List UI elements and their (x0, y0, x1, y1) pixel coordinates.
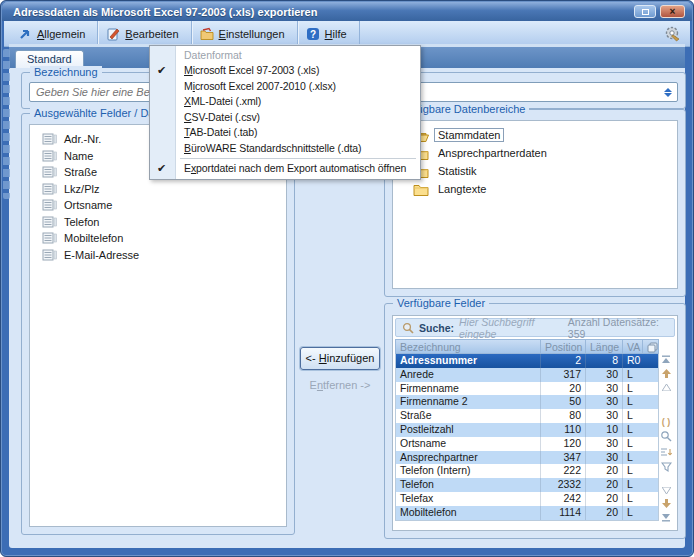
menu-item-auto-open-label: Exportdatei nach dem Export automatisch … (184, 162, 406, 174)
col-laenge[interactable]: Länge (585, 340, 622, 353)
table-row[interactable]: Mobiltelefon 1114 20 L (396, 506, 658, 520)
cell-laenge: 20 (585, 506, 622, 520)
selected-field-item[interactable]: Ortsname (42, 197, 286, 214)
selected-field-item[interactable]: Mobiltelefon (42, 230, 286, 247)
svg-text:?: ? (310, 28, 316, 39)
page-up-icon[interactable] (662, 383, 671, 393)
menu-item-label: TAB-Datei (.tab) (184, 126, 258, 138)
tree-item[interactable]: ▷ Ansprechpartnerdaten (399, 144, 677, 162)
available-fields-group: Verfügbare Felder Suche: Hier Suchbegrif… (384, 303, 686, 539)
menu-item[interactable]: ✔ TAB-Datei (.tab) (150, 125, 420, 141)
close-button[interactable]: × (660, 5, 685, 18)
table-row[interactable]: Postleitzahl 110 10 L (396, 423, 658, 437)
record-count: Anzahl Datensätze: 359 (568, 316, 668, 340)
checkmark-icon: ✔ (157, 161, 166, 177)
edit-icon (106, 27, 120, 41)
menu-einstellungen[interactable]: Einstellungen (192, 21, 298, 46)
cell-laenge: 8 (585, 354, 622, 368)
menu-item-auto-open[interactable]: ✔ Exportdatei nach dem Export automatisc… (150, 161, 420, 177)
cell-position: 2 (540, 354, 585, 368)
cell-bezeichnung: Firmenname 2 (396, 395, 540, 409)
scroll-top-icon[interactable] (661, 355, 671, 366)
menu-allgemein[interactable]: Allgemein (10, 21, 98, 46)
field-icon (42, 150, 57, 162)
table-row[interactable]: Telefon 2332 20 L (396, 478, 658, 492)
cell-position: 2332 (540, 478, 585, 492)
field-icon (42, 249, 57, 261)
cell-bezeichnung: Ansprechpartner (396, 451, 540, 465)
table-row[interactable]: Firmenname 20 30 L (396, 382, 658, 396)
filter-icon[interactable] (661, 462, 672, 474)
table-side-toolbar: ( ) (657, 339, 675, 524)
cell-laenge: 30 (585, 395, 622, 409)
tree-item[interactable]: ▷ Statistik (399, 162, 677, 180)
cell-position: 242 (540, 492, 585, 506)
selected-field-label: Ortsname (64, 199, 112, 211)
fields-table-header[interactable]: Bezeichnung Position Länge VA (395, 339, 659, 354)
selected-field-label: E-Mail-Adresse (64, 249, 139, 261)
cell-position: 50 (540, 395, 585, 409)
menu-item[interactable]: ✔ BüroWARE Standardschnittstelle (.dta) (150, 141, 420, 157)
cell-bezeichnung: Anrede (396, 368, 540, 382)
maximize-button[interactable] (634, 5, 656, 18)
tree-item[interactable]: ▷ Langtexte (399, 180, 677, 198)
search-placeholder[interactable]: Hier Suchbegriff eingebe (459, 316, 563, 340)
tree-item-label: Langtexte (434, 182, 490, 196)
zoom-search-icon[interactable] (660, 430, 672, 444)
selected-field-label: Name (64, 150, 93, 162)
tree-item-label: Statistik (434, 164, 481, 178)
selected-field-item[interactable]: E-Mail-Adresse (42, 247, 286, 264)
sort-icon[interactable] (660, 447, 672, 459)
cell-position: 20 (540, 382, 585, 396)
menu-bearbeiten[interactable]: Bearbeiten (98, 21, 191, 46)
move-up-icon[interactable] (662, 369, 671, 380)
remove-button-disabled[interactable]: Entfernen -> (300, 379, 380, 391)
menu-item[interactable]: ✔ Microsoft Excel 97-2003 (.xls) (150, 63, 420, 79)
cell-va: L (622, 451, 658, 465)
menu-item-label: CSV-Datei (.csv) (184, 111, 260, 123)
bezeichnung-group-label: Bezeichnung (30, 66, 102, 79)
table-row[interactable]: Anrede 317 30 L (396, 368, 658, 382)
combobox-spinner-icon[interactable] (661, 85, 675, 99)
selected-field-item[interactable]: Lkz/Plz (42, 181, 286, 198)
col-bezeichnung[interactable]: Bezeichnung (396, 340, 540, 353)
selected-field-item[interactable]: Telefon (42, 214, 286, 231)
table-row[interactable]: Firmenname 2 50 30 L (396, 395, 658, 409)
window-title: Adressdaten als Microsoft Excel 97-2003 … (13, 6, 317, 18)
gear-icon[interactable] (663, 24, 682, 43)
cell-position: 222 (540, 464, 585, 478)
titlebar[interactable]: Adressdaten als Microsoft Excel 97-2003 … (2, 2, 692, 21)
arrow-up-right-icon (18, 27, 32, 41)
cell-bezeichnung: Postleitzahl (396, 423, 540, 437)
available-fields-group-label: Verfügbare Felder (393, 297, 489, 310)
data-areas-treebox[interactable]: ▷ Stammdaten ▷ (392, 120, 678, 289)
cell-laenge: 30 (585, 437, 622, 451)
table-row[interactable]: Telefax 242 20 L (396, 492, 658, 506)
cell-position: 120 (540, 437, 585, 451)
search-bar[interactable]: Suche: Hier Suchbegriff eingebe Anzahl D… (395, 318, 675, 337)
table-row[interactable]: Adressnummer 2 8 R0 (396, 354, 658, 368)
copy-columns-icon[interactable] (642, 340, 658, 353)
col-va[interactable]: VA (622, 340, 642, 353)
tree-item-label: Stammdaten (434, 128, 504, 142)
menu-item[interactable]: ✔ Microsoft Excel 2007-2010 (.xlsx) (150, 79, 420, 95)
scroll-bottom-icon[interactable] (661, 513, 671, 524)
menu-item-label: Microsoft Excel 2007-2010 (.xlsx) (184, 80, 336, 92)
table-row[interactable]: Straße 80 30 L (396, 409, 658, 423)
col-position[interactable]: Position (540, 340, 585, 353)
table-row[interactable]: Telefon (Intern) 222 20 L (396, 464, 658, 478)
add-button[interactable]: <- Hinzufügen (300, 347, 380, 370)
cell-laenge: 30 (585, 451, 622, 465)
menu-item-label: Microsoft Excel 97-2003 (.xls) (184, 64, 319, 76)
table-row[interactable]: Ansprechpartner 347 30 L (396, 451, 658, 465)
tree-item[interactable]: ▷ Stammdaten (399, 126, 677, 144)
menu-hilfe[interactable]: ? Hilfe (298, 21, 360, 46)
page-down-icon[interactable] (662, 486, 671, 496)
table-row[interactable]: Ortsname 120 30 L (396, 437, 658, 451)
selected-fields-listbox[interactable]: Adr.-Nr. Name (29, 124, 287, 527)
move-down-icon[interactable] (662, 499, 671, 510)
menu-item[interactable]: ✔ XML-Datei (.xml) (150, 94, 420, 110)
cell-bezeichnung: Firmenname (396, 382, 540, 396)
menu-item[interactable]: ✔ CSV-Datei (.csv) (150, 110, 420, 126)
brackets-icon[interactable]: ( ) (662, 417, 671, 427)
